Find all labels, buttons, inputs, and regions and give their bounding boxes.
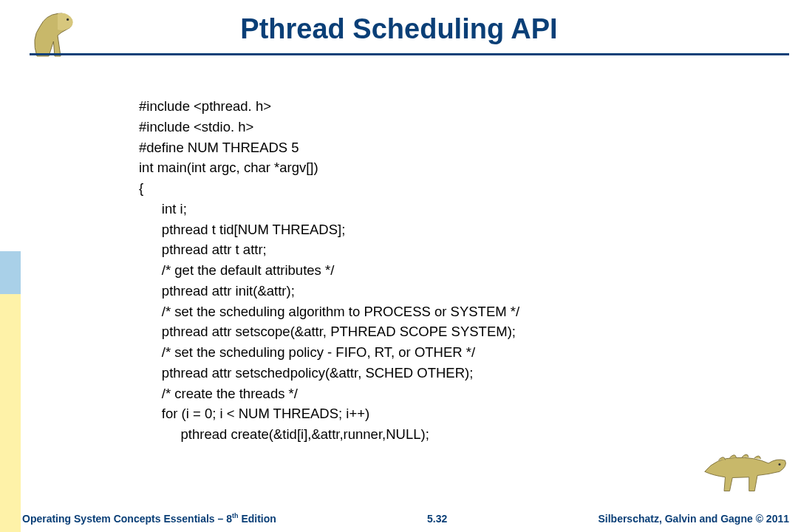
footer-left-text-a: Operating System Concepts Essentials – 8 — [22, 513, 232, 525]
code-block: #include <pthread. h> #include <stdio. h… — [139, 96, 519, 445]
footer-left-sup: th — [232, 512, 239, 519]
stripe-blue — [0, 251, 21, 294]
footer-left-text-b: Edition — [239, 513, 276, 525]
dinosaur-bottom-icon — [702, 441, 791, 497]
footer: Operating System Concepts Essentials – 8… — [22, 512, 789, 525]
footer-left: Operating System Concepts Essentials – 8… — [22, 512, 276, 525]
footer-right: Silberschatz, Galvin and Gagne © 2011 — [598, 513, 789, 525]
slide-title: Pthread Scheduling API — [0, 13, 798, 45]
stripe-yellow — [0, 294, 21, 532]
svg-point-1 — [779, 463, 781, 466]
footer-page-number: 5.32 — [276, 513, 598, 525]
title-underline — [30, 53, 789, 55]
left-color-stripe — [0, 0, 21, 532]
